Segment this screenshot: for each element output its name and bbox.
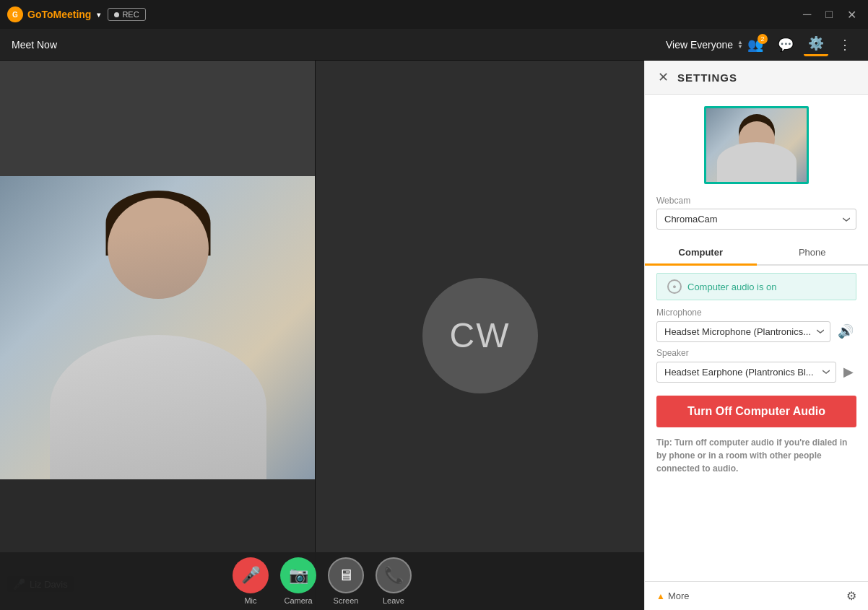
leave-button[interactable]: 📞 Leave <box>376 557 412 605</box>
speaker-row: Headset Earphone (Plantronics Bl... ▶ <box>656 361 856 383</box>
more-chevron-icon: ▲ <box>656 591 665 601</box>
tab-phone[interactable]: Phone <box>757 241 869 266</box>
audio-on-banner: ● Computer audio is on <box>656 273 856 300</box>
leave-label: Leave <box>383 596 404 605</box>
mic-label: Mic <box>244 596 256 605</box>
webcam-label: Webcam <box>656 196 856 206</box>
meet-now-label: Meet Now <box>12 39 57 51</box>
remote-video-panel: CW <box>316 61 644 610</box>
mic-icon-circle: 🎤 <box>233 557 269 593</box>
mic-button[interactable]: 🎤 Mic <box>233 557 269 605</box>
title-bar: G GoToMeeting ▾ REC ─ □ ✕ <box>0 0 868 29</box>
maximize-button[interactable]: □ <box>821 6 837 23</box>
main-toolbar: Meet Now View Everyone ▲▼ 👥 2 💬 ⚙️ ⋮ <box>0 29 868 61</box>
more-label: More <box>668 591 690 601</box>
app-logo: G GoToMeeting ▾ <box>7 6 100 22</box>
audio-on-text: Computer audio is on <box>687 282 777 292</box>
person-body <box>50 335 266 479</box>
remote-avatar: CW <box>422 278 538 393</box>
screen-share-button[interactable]: 🖥 Screen <box>328 557 364 605</box>
view-chevron-icon: ▲▼ <box>737 40 743 49</box>
leave-icon-circle: 📞 <box>376 557 412 593</box>
logo-caret[interactable]: ▾ <box>97 11 100 19</box>
speaker-label: Speaker <box>656 348 856 358</box>
camera-button[interactable]: 📷 Camera <box>280 557 316 605</box>
speaker-select[interactable]: Headset Earphone (Plantronics Bl... <box>656 362 836 383</box>
camera-label: Camera <box>284 596 312 605</box>
logo-icon: G <box>7 6 23 22</box>
tip-text: Tip: Turn off computer audio if you're d… <box>645 436 868 484</box>
view-everyone-label: View Everyone <box>666 39 733 51</box>
video-main: 🎤 Liz Davis CW 🎤 Mic 📷 Camera 🖥 Screen <box>0 61 644 610</box>
title-bar-controls: ─ □ ✕ <box>799 6 861 23</box>
chat-button[interactable]: 💬 <box>773 34 798 56</box>
rec-dot <box>114 12 119 17</box>
microphone-test-button[interactable]: 🔊 <box>835 321 856 342</box>
filter-icon[interactable]: ⚙ <box>846 589 856 603</box>
microphone-row: Headset Microphone (Plantronics... 🔊 <box>656 321 856 342</box>
more-dots-icon: ⋮ <box>838 38 852 52</box>
video-top-strip <box>0 61 315 176</box>
settings-close-button[interactable]: ✕ <box>656 69 670 85</box>
settings-body: Webcam ChromaCam Computer Phone ● Comput… <box>645 95 868 581</box>
app-name: GoToMeeting <box>27 9 91 20</box>
person-head <box>108 198 209 299</box>
local-person-video <box>0 176 316 479</box>
webcam-preview <box>645 95 868 191</box>
more-button[interactable]: ▲ More <box>656 591 690 601</box>
bottom-toolbar: 🎤 Mic 📷 Camera 🖥 Screen 📞 Leave <box>0 552 644 610</box>
local-video-feed <box>0 176 316 479</box>
microphone-section: Microphone Headset Microphone (Plantroni… <box>645 306 868 347</box>
avatar-initials: CW <box>450 315 511 355</box>
content-area: 🎤 Liz Davis CW 🎤 Mic 📷 Camera 🖥 Screen <box>0 61 868 610</box>
local-video-panel: 🎤 Liz Davis <box>0 61 316 610</box>
speaker-test-button[interactable]: ▶ <box>841 361 856 383</box>
participants-badge: 2 <box>758 34 768 44</box>
webcam-select[interactable]: ChromaCam <box>656 209 856 230</box>
speaker-select-wrap: Headset Earphone (Plantronics Bl... <box>656 362 836 383</box>
close-button[interactable]: ✕ <box>843 6 861 23</box>
audio-on-icon: ● <box>667 279 682 294</box>
microphone-label: Microphone <box>656 308 856 318</box>
minimize-button[interactable]: ─ <box>799 6 815 23</box>
audio-tabs: Computer Phone <box>645 241 868 266</box>
speaker-section: Speaker Headset Earphone (Plantronics Bl… <box>645 347 868 387</box>
settings-panel: ✕ SETTINGS Webcam ChromaCam <box>644 61 868 610</box>
webcam-thumbnail <box>704 106 809 184</box>
settings-footer: ▲ More ⚙ <box>645 581 868 610</box>
view-everyone-btn[interactable]: View Everyone ▲▼ <box>666 39 743 51</box>
microphone-select[interactable]: Headset Microphone (Plantronics... <box>656 321 830 342</box>
camera-icon-circle: 📷 <box>280 557 316 593</box>
turn-off-audio-button[interactable]: Turn Off Computer Audio <box>656 396 856 427</box>
settings-button[interactable]: ⚙️ <box>804 32 828 56</box>
more-options-button[interactable]: ⋮ <box>834 33 856 56</box>
webcam-section: Webcam ChromaCam <box>645 191 868 234</box>
tab-computer[interactable]: Computer <box>645 241 757 266</box>
participants-button[interactable]: 👥 2 <box>743 34 768 56</box>
microphone-select-wrap: Headset Microphone (Plantronics... <box>656 321 830 342</box>
settings-header: ✕ SETTINGS <box>645 61 868 95</box>
toolbar-icons: 👥 2 💬 ⚙️ ⋮ <box>743 32 856 56</box>
screen-icon-circle: 🖥 <box>328 557 364 593</box>
tip-label: Tip: Turn off computer audio if you're d… <box>656 437 847 474</box>
rec-badge[interactable]: REC <box>108 8 145 21</box>
rec-label: REC <box>122 10 139 19</box>
settings-title: SETTINGS <box>677 71 737 84</box>
screen-label: Screen <box>334 596 359 605</box>
